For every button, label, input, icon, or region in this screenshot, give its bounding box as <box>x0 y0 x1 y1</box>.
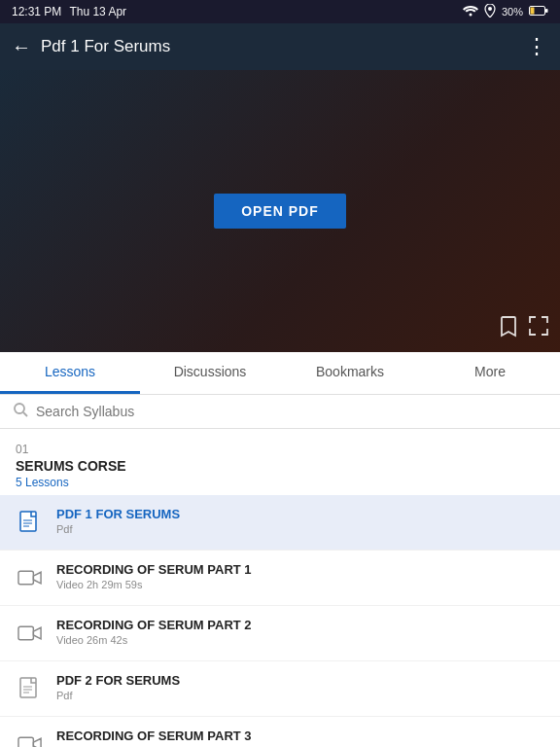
course-lessons: 5 Lessons <box>16 476 544 489</box>
svg-rect-4 <box>531 8 535 15</box>
lesson-name: PDF 2 FOR SERUMS <box>56 673 544 688</box>
more-button[interactable]: ⋮ <box>526 34 548 59</box>
lesson-meta: Pdf <box>56 523 544 535</box>
lessons-list: PDF 1 FOR SERUMS Pdf RECORDING OF SERUM … <box>0 495 560 747</box>
lesson-info: PDF 1 FOR SERUMS Pdf <box>56 507 544 535</box>
course-section: 01 SERUMS CORSE 5 Lessons <box>0 429 560 495</box>
lesson-info: RECORDING OF SERUM PART 2 Video 26m 42s <box>56 618 544 646</box>
status-bar: 12:31 PM Thu 13 Apr 30% <box>0 0 560 23</box>
video-icon <box>16 620 45 649</box>
open-pdf-button[interactable]: OPEN PDF <box>214 194 346 229</box>
svg-point-5 <box>15 404 24 413</box>
svg-rect-13 <box>20 678 36 697</box>
lesson-name: RECORDING OF SERUM PART 2 <box>56 618 544 632</box>
search-input[interactable] <box>36 404 546 419</box>
lesson-name: RECORDING OF SERUM PART 3 <box>56 729 544 743</box>
bookmark-icon[interactable] <box>500 316 517 342</box>
lesson-info: RECORDING OF SERUM PART 1 Video 2h 29m 5… <box>56 562 544 590</box>
tabs-bar: Lessons Discussions Bookmarks More <box>0 352 560 395</box>
course-title: SERUMS CORSE <box>16 458 544 474</box>
header: ← Pdf 1 For Serums ⋮ <box>0 23 560 70</box>
lesson-meta: Video 2h 29m 59s <box>56 579 544 590</box>
lesson-item[interactable]: PDF 2 FOR SERUMS Pdf <box>0 661 560 717</box>
lesson-name: PDF 1 FOR SERUMS <box>56 507 544 521</box>
course-number: 01 <box>16 443 544 456</box>
svg-point-0 <box>469 14 472 17</box>
svg-rect-3 <box>545 9 548 13</box>
battery-icon <box>529 5 548 18</box>
pdf-icon <box>16 675 45 704</box>
pdf-icon <box>16 509 45 538</box>
search-bar <box>0 395 560 429</box>
lesson-name: RECORDING OF SERUM PART 1 <box>56 562 544 577</box>
lesson-meta: Video 26m 42s <box>56 634 544 646</box>
lesson-item[interactable]: RECORDING OF SERUM PART 3 Video <box>0 717 560 747</box>
lesson-item[interactable]: RECORDING OF SERUM PART 2 Video 26m 42s <box>0 606 560 661</box>
status-date: Thu 13 Apr <box>69 5 126 18</box>
video-icon <box>16 730 45 747</box>
location-icon <box>484 4 496 19</box>
tab-bookmarks[interactable]: Bookmarks <box>280 352 420 394</box>
battery-text: 30% <box>502 6 523 18</box>
wifi-icon <box>463 5 478 18</box>
search-icon <box>14 403 28 420</box>
svg-rect-12 <box>18 626 33 639</box>
svg-rect-17 <box>18 737 33 747</box>
svg-rect-11 <box>18 571 33 584</box>
svg-rect-7 <box>20 512 36 531</box>
lesson-item[interactable]: PDF 1 FOR SERUMS Pdf <box>0 495 560 551</box>
fullscreen-icon[interactable] <box>529 316 548 342</box>
tab-lessons[interactable]: Lessons <box>0 352 140 394</box>
back-button[interactable]: ← <box>12 36 31 58</box>
lesson-meta: Pdf <box>56 690 544 701</box>
svg-line-6 <box>23 412 27 416</box>
video-icon <box>16 564 45 593</box>
tab-discussions[interactable]: Discussions <box>140 352 280 394</box>
status-time: 12:31 PM <box>12 5 61 18</box>
page-title: Pdf 1 For Serums <box>41 37 170 56</box>
lesson-info: RECORDING OF SERUM PART 3 Video <box>56 729 544 747</box>
lesson-item[interactable]: RECORDING OF SERUM PART 1 Video 2h 29m 5… <box>0 551 560 606</box>
video-area: OPEN PDF <box>0 70 560 352</box>
lesson-info: PDF 2 FOR SERUMS Pdf <box>56 673 544 701</box>
svg-point-1 <box>488 7 492 11</box>
tab-more[interactable]: More <box>420 352 560 394</box>
